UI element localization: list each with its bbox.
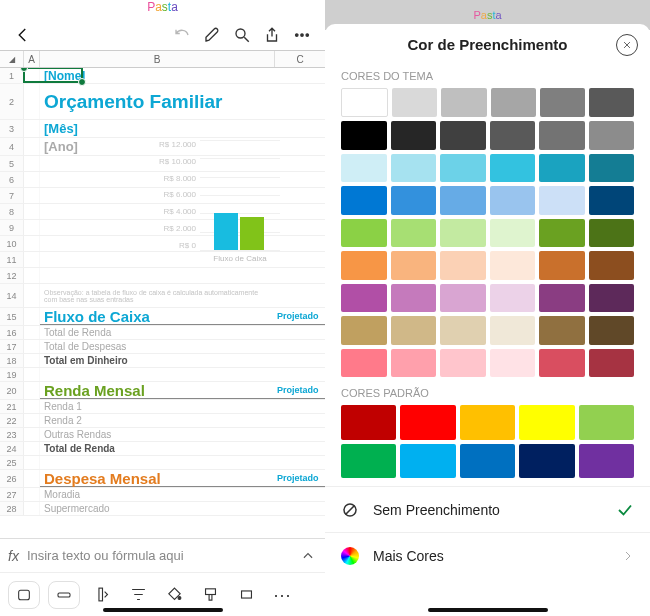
row-number[interactable]: 5 — [0, 156, 24, 171]
column-header-A[interactable]: A — [24, 51, 40, 67]
standard-swatch[interactable] — [519, 444, 574, 479]
theme-swatch[interactable] — [341, 186, 387, 214]
theme-swatch[interactable] — [440, 121, 486, 149]
theme-swatch[interactable] — [491, 88, 536, 117]
cell-total-renda2[interactable]: Total de Renda — [44, 443, 115, 454]
theme-swatch[interactable] — [341, 154, 387, 182]
filter-button[interactable] — [124, 581, 152, 609]
row-number[interactable]: 18 — [0, 354, 24, 367]
row-number[interactable]: 11 — [0, 252, 24, 267]
row-number[interactable]: 17 — [0, 340, 24, 353]
cell-renda-mensal[interactable]: Renda Mensal — [44, 382, 145, 399]
card-view-button[interactable] — [8, 581, 40, 609]
standard-swatch[interactable] — [460, 444, 515, 479]
more-colors-row[interactable]: Mais Cores — [325, 532, 650, 578]
theme-swatch[interactable] — [490, 316, 536, 344]
row-number[interactable]: 23 — [0, 428, 24, 441]
theme-swatch[interactable] — [490, 349, 536, 377]
theme-swatch[interactable] — [391, 219, 437, 247]
row-number[interactable]: 6 — [0, 172, 24, 187]
cell-total-dinheiro[interactable]: Total em Dinheiro — [44, 355, 128, 366]
theme-swatch[interactable] — [490, 251, 536, 279]
select-all-corner[interactable]: ◢ — [0, 51, 24, 67]
theme-swatch[interactable] — [589, 154, 635, 182]
formula-input[interactable]: Insira texto ou fórmula aqui — [27, 548, 291, 563]
cell-projetado[interactable]: Projetado — [277, 385, 319, 395]
theme-swatch[interactable] — [391, 349, 437, 377]
column-header-C[interactable]: C — [275, 51, 325, 67]
row-number[interactable]: 9 — [0, 220, 24, 235]
standard-swatch[interactable] — [400, 444, 455, 479]
cell-moradia[interactable]: Moradia — [44, 489, 80, 500]
column-tool-button[interactable] — [88, 581, 116, 609]
cell-supermercado[interactable]: Supermercado — [44, 503, 110, 514]
standard-swatch[interactable] — [579, 405, 634, 440]
theme-swatch[interactable] — [490, 121, 536, 149]
theme-swatch[interactable] — [392, 88, 437, 117]
cell-button[interactable] — [232, 581, 260, 609]
theme-swatch[interactable] — [589, 251, 635, 279]
standard-swatch[interactable] — [341, 444, 396, 479]
theme-swatch[interactable] — [391, 121, 437, 149]
cell-projetado[interactable]: Projetado — [277, 311, 319, 321]
theme-swatch[interactable] — [490, 154, 536, 182]
title-orcamento[interactable]: Orçamento Familiar — [44, 91, 222, 113]
row-number[interactable]: 15 — [0, 308, 24, 325]
format-button[interactable] — [196, 581, 224, 609]
row-number[interactable]: 27 — [0, 488, 24, 501]
row-number[interactable]: 3 — [0, 120, 24, 137]
undo-button[interactable] — [167, 20, 197, 50]
theme-swatch[interactable] — [539, 219, 585, 247]
no-fill-row[interactable]: Sem Preenchimento — [325, 486, 650, 532]
theme-swatch[interactable] — [391, 154, 437, 182]
theme-swatch[interactable] — [440, 219, 486, 247]
theme-swatch[interactable] — [589, 121, 635, 149]
standard-swatch[interactable] — [519, 405, 574, 440]
cell-renda1[interactable]: Renda 1 — [44, 401, 82, 412]
theme-swatch[interactable] — [440, 316, 486, 344]
theme-swatch[interactable] — [490, 186, 536, 214]
theme-swatch[interactable] — [440, 284, 486, 312]
theme-swatch[interactable] — [540, 88, 585, 117]
cell-outras-rendas[interactable]: Outras Rendas — [44, 429, 111, 440]
row-number[interactable]: 4 — [0, 138, 24, 155]
theme-swatch[interactable] — [440, 186, 486, 214]
cell-ano[interactable]: [Ano] — [44, 139, 78, 154]
sheet-grid[interactable]: 1 [Nome] 2 Orçamento Familiar 3 [Mês] 4 … — [0, 68, 325, 538]
theme-swatch[interactable] — [539, 121, 585, 149]
theme-swatch[interactable] — [391, 251, 437, 279]
standard-swatch[interactable] — [579, 444, 634, 479]
row-number[interactable]: 10 — [0, 236, 24, 251]
cell-despesa-mensal[interactable]: Despesa Mensal — [44, 470, 161, 487]
chart-fluxo[interactable]: R$ 12.000 R$ 10.000 R$ 8.000 R$ 6.000 R$… — [150, 140, 290, 280]
row-number[interactable]: 2 — [0, 84, 24, 119]
theme-swatch[interactable] — [539, 284, 585, 312]
theme-swatch[interactable] — [440, 251, 486, 279]
theme-swatch[interactable] — [539, 349, 585, 377]
row-number[interactable]: 14 — [0, 284, 24, 307]
row-number[interactable]: 20 — [0, 382, 24, 399]
theme-swatch[interactable] — [539, 316, 585, 344]
row-number[interactable]: 19 — [0, 368, 24, 381]
theme-swatch[interactable] — [341, 284, 387, 312]
more-tools-button[interactable]: ⋯ — [268, 581, 296, 609]
row-number[interactable]: 25 — [0, 456, 24, 469]
row-number[interactable]: 16 — [0, 326, 24, 339]
theme-swatch[interactable] — [341, 316, 387, 344]
theme-swatch[interactable] — [341, 88, 388, 117]
row-number[interactable]: 26 — [0, 470, 24, 487]
theme-swatch[interactable] — [589, 186, 635, 214]
cell-fluxo[interactable]: Fluxo de Caixa — [44, 308, 150, 325]
theme-swatch[interactable] — [440, 349, 486, 377]
theme-swatch[interactable] — [391, 316, 437, 344]
theme-swatch[interactable] — [589, 219, 635, 247]
share-button[interactable] — [257, 20, 287, 50]
cell-renda2[interactable]: Renda 2 — [44, 415, 82, 426]
theme-swatch[interactable] — [341, 219, 387, 247]
theme-swatch[interactable] — [391, 284, 437, 312]
expand-formula-icon[interactable] — [299, 549, 317, 563]
column-header-B[interactable]: B — [40, 51, 275, 67]
row-number[interactable]: 22 — [0, 414, 24, 427]
back-button[interactable] — [8, 20, 38, 50]
row-view-button[interactable] — [48, 581, 80, 609]
